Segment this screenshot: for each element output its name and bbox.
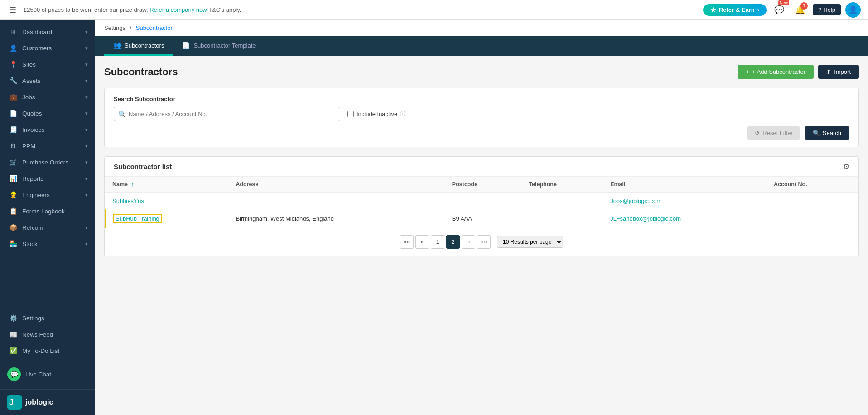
- cell-name[interactable]: Subbies'r'us: [105, 193, 228, 209]
- nav-icon-jobs: 💼: [9, 93, 18, 101]
- help-button[interactable]: ? Help: [813, 4, 841, 15]
- import-icon: ⬆: [826, 68, 831, 75]
- sidebar: ⊞ Dashboard ▾ 👤 Customers ▾ 📍 Sites ▾ 🔧 …: [0, 20, 95, 415]
- list-settings-button[interactable]: ⚙: [843, 162, 849, 171]
- include-inactive-label[interactable]: Include Inactive ⓘ: [347, 110, 405, 118]
- sidebar-item-engineers[interactable]: 👷 Engineers ▾: [0, 187, 95, 203]
- hamburger-menu[interactable]: ☰: [7, 3, 18, 17]
- breadcrumb-parent[interactable]: Settings: [104, 24, 125, 31]
- nav-label-dashboard: Dashboard: [22, 29, 85, 35]
- new-badge: New: [778, 0, 789, 5]
- refer-earn-button[interactable]: ★ Refer & Earn ›: [703, 4, 767, 16]
- nav-arrow: ▾: [85, 192, 88, 198]
- nav-label-engineers: Engineers: [22, 192, 85, 198]
- nav-icon-assets: 🔧: [9, 77, 18, 84]
- email-link[interactable]: JL+sandbox@joblogic.com: [610, 215, 681, 222]
- search-input-wrap: 🔍: [114, 107, 340, 121]
- reset-filter-button[interactable]: ↺ Reset Filter: [747, 126, 800, 140]
- page-btn-1[interactable]: 1: [431, 235, 444, 249]
- tab-label-subcontractor-template: Subcontractor Template: [193, 42, 256, 49]
- page-btn-2[interactable]: 2: [446, 235, 460, 249]
- sidebar-item-assets[interactable]: 🔧 Assets ▾: [0, 72, 95, 89]
- sidebar-item-forms-logbook[interactable]: 📋 Forms Logbook: [0, 203, 95, 219]
- cell-email[interactable]: JL+sandbox@joblogic.com: [603, 209, 767, 228]
- sidebar-item-stock[interactable]: 🏪 Stock ▾: [0, 236, 95, 252]
- sidebar-item-invoices[interactable]: 🧾 Invoices ▾: [0, 121, 95, 138]
- page-btn-««[interactable]: ««: [400, 235, 414, 249]
- sidebar-item-settings[interactable]: ⚙️ Settings: [0, 310, 95, 326]
- subcontractor-name-link[interactable]: Subbies'r'us: [112, 198, 144, 204]
- tab-icon-subcontractors: 👥: [113, 42, 121, 49]
- cell-email[interactable]: Jobs@joblogic.com: [603, 193, 767, 209]
- live-chat-button[interactable]: 💬 Live Chat: [7, 365, 88, 384]
- live-chat-label: Live Chat: [25, 371, 51, 378]
- cell-address: Birmingham, West Midlands, England: [228, 209, 444, 228]
- nav-arrow: ▾: [85, 29, 88, 35]
- page-btn-»[interactable]: »: [462, 235, 475, 249]
- nav-label-invoices: Invoices: [22, 126, 85, 133]
- nav-arrow: ▾: [85, 94, 88, 100]
- promo-link[interactable]: Refer a company now: [149, 6, 207, 13]
- col-address: Address: [228, 177, 444, 193]
- per-page-select[interactable]: 10 Results per page: [497, 236, 563, 248]
- nav-label-ppm: PPM: [22, 143, 85, 150]
- include-inactive-checkbox[interactable]: [347, 111, 354, 117]
- live-chat-section: 💬 Live Chat: [0, 359, 95, 389]
- include-inactive-text: Include Inactive: [357, 111, 397, 117]
- search-label: Search Subcontractor: [114, 96, 849, 102]
- plus-icon: +: [746, 68, 749, 75]
- nav-arrow: ▾: [85, 241, 88, 247]
- tab-label-subcontractors: Subcontractors: [125, 42, 164, 49]
- sidebar-item-customers[interactable]: 👤 Customers ▾: [0, 40, 95, 56]
- sidebar-item-reports[interactable]: 📊 Reports ▾: [0, 170, 95, 187]
- sidebar-brand: J joblogic: [0, 389, 95, 415]
- user-avatar-button[interactable]: 👤: [845, 2, 861, 18]
- promo-suffix: T&C's apply.: [208, 6, 241, 13]
- pagination: «««12»»»10 Results per page: [105, 228, 858, 256]
- nav-icon-ppm: 🗓: [9, 142, 18, 150]
- nav-arrow: ▾: [85, 111, 88, 116]
- page-content-area: Subcontractors + + Add Subcontractor ⬆ I…: [95, 56, 868, 265]
- list-title: Subcontractor list: [114, 163, 172, 170]
- add-subcontractor-button[interactable]: + + Add Subcontractor: [738, 65, 814, 79]
- col-name[interactable]: Name ↑: [105, 177, 228, 193]
- sidebar-item-refcom[interactable]: 📦 Refcom ▾: [0, 219, 95, 236]
- nav-arrow: ▾: [85, 159, 88, 165]
- nav-label-forms-logbook: Forms Logbook: [22, 208, 88, 215]
- nav-label-my-todo: My To-Do List: [22, 347, 88, 354]
- nav-label-purchase-orders: Purchase Orders: [22, 159, 85, 166]
- cell-postcode: B9 4AA: [445, 209, 522, 228]
- tab-subcontractor-template[interactable]: 📄 Subcontractor Template: [173, 36, 265, 56]
- tabs-bar: 👥 Subcontractors 📄 Subcontractor Templat…: [95, 36, 868, 56]
- sidebar-item-sites[interactable]: 📍 Sites ▾: [0, 56, 95, 72]
- tab-subcontractors[interactable]: 👥 Subcontractors: [104, 36, 173, 56]
- sidebar-item-purchase-orders[interactable]: 🛒 Purchase Orders ▾: [0, 154, 95, 170]
- search-input[interactable]: [114, 107, 340, 121]
- sidebar-item-my-todo[interactable]: ✅ My To-Do List: [0, 343, 95, 359]
- search-button[interactable]: 🔍 Search: [805, 126, 849, 140]
- nav-label-assets: Assets: [22, 77, 85, 84]
- sidebar-item-ppm[interactable]: 🗓 PPM ▾: [0, 138, 95, 154]
- nav-icon-forms-logbook: 📋: [9, 208, 18, 215]
- col-postcode: Postcode: [445, 177, 522, 193]
- messages-button[interactable]: 💬 New: [771, 2, 787, 18]
- nav-arrow: ▾: [85, 62, 88, 68]
- nav-arrow: ▾: [85, 127, 88, 133]
- notifications-button[interactable]: 🔔 1: [792, 2, 808, 18]
- sidebar-item-jobs[interactable]: 💼 Jobs ▾: [0, 89, 95, 105]
- sidebar-item-quotes[interactable]: 📄 Quotes ▾: [0, 105, 95, 121]
- cell-name[interactable]: SubHub Training: [105, 209, 228, 228]
- sidebar-item-dashboard[interactable]: ⊞ Dashboard ▾: [0, 24, 95, 40]
- nav-label-reports: Reports: [22, 175, 85, 182]
- topbar-actions: ★ Refer & Earn › 💬 New 🔔 1 ? Help 👤: [703, 2, 861, 18]
- breadcrumb-separator: /: [130, 24, 132, 31]
- email-link[interactable]: Jobs@joblogic.com: [610, 198, 661, 204]
- page-btn-«[interactable]: «: [415, 235, 429, 249]
- page-btn-»»[interactable]: »»: [477, 235, 491, 249]
- subcontractor-name-link[interactable]: SubHub Training: [116, 215, 159, 222]
- sidebar-item-news-feed[interactable]: 📰 News Feed: [0, 326, 95, 343]
- col-telephone: Telephone: [521, 177, 603, 193]
- import-button[interactable]: ⬆ Import: [818, 65, 859, 79]
- chat-icon: 💬: [774, 5, 784, 15]
- import-label: Import: [834, 68, 851, 75]
